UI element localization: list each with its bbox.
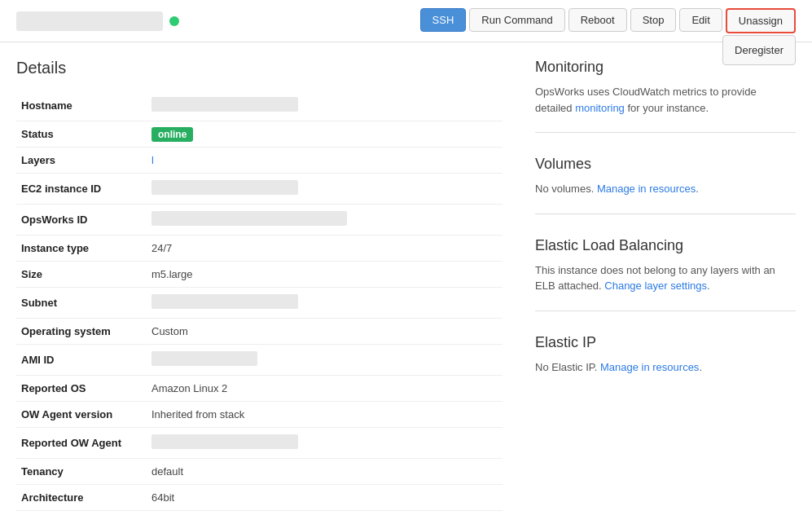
volumes-text-before: No volumes. — [535, 183, 597, 195]
right-panel: Monitoring OpsWorks uses CloudWatch metr… — [535, 59, 796, 511]
elastic-ip-manage-link[interactable]: Manage in resources — [600, 361, 699, 373]
details-table: Hostname Status online Layers l EC2 inst… — [16, 90, 503, 511]
value-subnet — [147, 288, 503, 319]
instance-name-placeholder — [16, 11, 163, 31]
table-row: Instance type 24/7 — [16, 236, 503, 262]
elb-change-link[interactable]: Change layer settings — [604, 280, 707, 292]
status-dot-green — [169, 16, 179, 26]
elastic-ip-title: Elastic IP — [535, 334, 796, 351]
table-row: OW Agent version Inherited from stack — [16, 402, 503, 428]
label-subnet: Subnet — [16, 288, 147, 319]
elb-title: Elastic Load Balancing — [535, 237, 796, 254]
top-bar: SSH Run Command Reboot Stop Edit Unassig… — [0, 0, 812, 42]
table-row: Layers l — [16, 148, 503, 174]
value-reported-os: Amazon Linux 2 — [147, 376, 503, 402]
table-row: Status online — [16, 121, 503, 148]
status-badge: online — [151, 127, 193, 142]
elastic-ip-section: Elastic IP No Elastic IP. Manage in reso… — [535, 334, 796, 392]
elastic-ip-description: No Elastic IP. Manage in resources. — [535, 359, 796, 376]
edit-button[interactable]: Edit — [679, 8, 722, 32]
label-reported-ow-agent: Reported OW Agent — [16, 428, 147, 459]
hostname-placeholder — [151, 97, 298, 112]
elastic-ip-text-after: . — [699, 361, 702, 373]
volumes-title: Volumes — [535, 156, 796, 173]
value-opsworks-id — [147, 205, 503, 236]
main-content: Details Hostname Status online Layers l … — [0, 42, 812, 524]
value-size: m5.large — [147, 262, 503, 288]
ec2-id-placeholder — [151, 180, 298, 195]
action-buttons: SSH Run Command Reboot Stop Edit Unassig… — [420, 8, 796, 33]
monitoring-text-after: for your instance. — [625, 102, 709, 114]
value-tenancy: default — [147, 459, 503, 485]
label-tenancy: Tenancy — [16, 459, 147, 485]
value-ow-agent-version: Inherited from stack — [147, 402, 503, 428]
label-opsworks-id: OpsWorks ID — [16, 205, 147, 236]
stop-button[interactable]: Stop — [630, 8, 677, 32]
value-os: Custom — [147, 319, 503, 345]
label-ec2-instance-id: EC2 instance ID — [16, 174, 147, 205]
table-row: AMI ID — [16, 345, 503, 376]
table-row: Reported OS Amazon Linux 2 — [16, 376, 503, 402]
label-layers: Layers — [16, 148, 147, 174]
unassign-button[interactable]: Unassign — [726, 8, 796, 33]
label-hostname: Hostname — [16, 90, 147, 121]
volumes-manage-link[interactable]: Manage in resources — [597, 183, 696, 195]
monitoring-description: OpsWorks uses CloudWatch metrics to prov… — [535, 84, 796, 116]
value-ami-id — [147, 345, 503, 376]
elb-text-after: . — [707, 280, 710, 292]
label-status: Status — [16, 121, 147, 148]
label-reported-os: Reported OS — [16, 376, 147, 402]
table-row: Size m5.large — [16, 262, 503, 288]
label-ow-agent-version: OW Agent version — [16, 402, 147, 428]
label-os: Operating system — [16, 319, 147, 345]
left-panel: Details Hostname Status online Layers l … — [16, 59, 503, 511]
instance-name-block — [16, 11, 412, 31]
ssh-button[interactable]: SSH — [420, 8, 467, 32]
table-row: Subnet — [16, 288, 503, 319]
deregister-button[interactable]: Deregister — [723, 39, 795, 61]
monitoring-link[interactable]: monitoring — [575, 102, 625, 114]
table-row: Operating system Custom — [16, 319, 503, 345]
elb-description: This instance does not belong to any lay… — [535, 262, 796, 294]
value-instance-type: 24/7 — [147, 236, 503, 262]
table-row: Hostname — [16, 90, 503, 121]
label-architecture: Architecture — [16, 485, 147, 511]
ami-id-placeholder — [151, 351, 257, 366]
deregister-dropdown: Deregister — [722, 35, 796, 65]
table-row: Architecture 64bit — [16, 485, 503, 511]
label-ami-id: AMI ID — [16, 345, 147, 376]
value-architecture: 64bit — [147, 485, 503, 511]
table-row: Reported OW Agent — [16, 428, 503, 459]
details-title: Details — [16, 59, 503, 77]
table-row: EC2 instance ID — [16, 174, 503, 205]
run-command-button[interactable]: Run Command — [469, 8, 564, 32]
elb-section: Elastic Load Balancing This instance doe… — [535, 237, 796, 311]
volumes-description: No volumes. Manage in resources. — [535, 181, 796, 197]
opsworks-id-placeholder — [151, 211, 347, 226]
value-ec2-instance-id — [147, 174, 503, 205]
table-row: OpsWorks ID — [16, 205, 503, 236]
volumes-text-after: . — [696, 183, 699, 195]
value-hostname — [147, 90, 503, 121]
value-layers: l — [147, 148, 503, 174]
volumes-section: Volumes No volumes. Manage in resources. — [535, 156, 796, 214]
reported-ow-agent-placeholder — [151, 434, 298, 449]
value-status: online — [147, 121, 503, 148]
layers-link[interactable]: l — [151, 154, 154, 166]
label-size: Size — [16, 262, 147, 288]
unassign-deregister-group: Unassign Deregister — [726, 8, 796, 33]
value-reported-ow-agent — [147, 428, 503, 459]
label-instance-type: Instance type — [16, 236, 147, 262]
elastic-ip-text-before: No Elastic IP. — [535, 361, 600, 373]
reboot-button[interactable]: Reboot — [568, 8, 627, 32]
monitoring-section: Monitoring OpsWorks uses CloudWatch metr… — [535, 59, 796, 133]
table-row: Tenancy default — [16, 459, 503, 485]
subnet-placeholder — [151, 294, 298, 309]
